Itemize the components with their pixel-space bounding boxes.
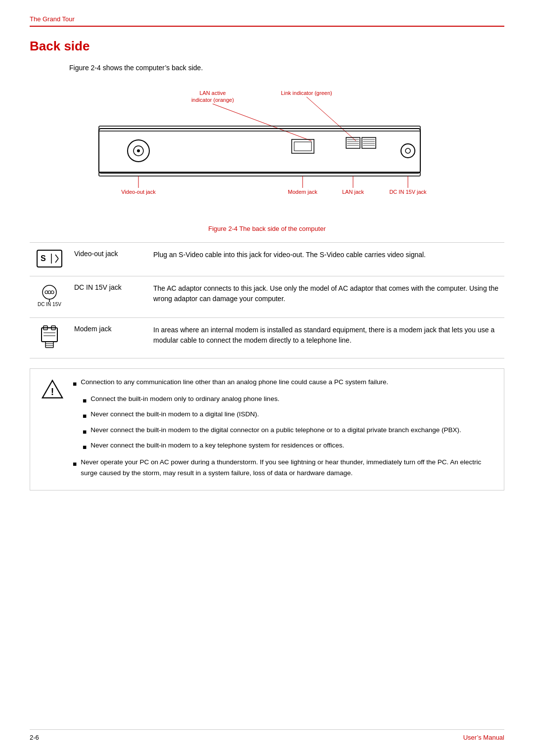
svg-rect-12 [362,137,376,148]
bullet-icon-sub-4: ■ [83,442,87,453]
warning-main-item-1: ■ Connection to any communication line o… [73,377,494,390]
warning-main-text-1: Connection to any communication line oth… [81,377,388,390]
table-row: DC IN 15V DC IN 15V jack The AC adaptor … [30,276,504,318]
bullet-icon-2: ■ [73,459,77,478]
item-name-modem: Modem jack [69,318,148,358]
intro-text: Figure 2-4 shows the computer’s back sid… [69,64,504,72]
footer-title: User’s Manual [463,734,504,741]
warning-sub-item-3: ■ Never connect the built-in modem to th… [83,425,494,438]
bullet-icon-1: ■ [73,379,77,390]
svg-text:DC IN 15V: DC IN 15V [38,302,61,307]
bullet-icon-sub-1: ■ [83,396,87,406]
svg-point-22 [405,148,410,153]
dc-in-icon: DC IN 15V [37,283,62,309]
back-side-diagram: LAN active indicator (orange) Link indic… [69,82,455,220]
warning-icon-cell: ! [40,377,65,402]
svg-rect-47 [45,342,53,348]
item-name-video-out: Video-out jack [69,243,148,276]
svg-point-38 [43,285,56,299]
modem-icon-cell [30,318,69,358]
warning-sub-item-4: ■ Never connect the built-in modem to a … [83,440,494,453]
chapter-title: The Grand Tour [30,15,75,23]
warning-sub-text-4: Never connect the built-in modem to a ke… [90,440,344,453]
video-out-icon-cell: S [30,243,69,276]
warning-sub-list: ■ Connect the built-in modem only to ord… [83,394,494,453]
svg-text:S: S [41,254,46,263]
bullet-icon-sub-3: ■ [83,427,87,438]
diagram-svg: LAN active indicator (orange) Link indic… [69,82,455,220]
warning-main-text-2: Never operate your PC on AC power during… [81,457,494,478]
svg-rect-24 [294,142,312,151]
bullet-icon-sub-2: ■ [83,411,87,422]
figure-caption: Figure 2-4 The back side of the computer [30,225,504,232]
chapter-header: The Grand Tour [30,15,504,27]
item-desc-video-out: Plug an S-Video cable into this jack for… [148,243,504,276]
warning-main-item-2: ■ Never operate your PC on AC power duri… [73,457,494,478]
svg-text:LAN active: LAN active [199,90,225,96]
items-table: S Video-out jack Plug an S-Video cable i… [30,242,504,358]
warning-sub-text-2: Never connect the built-in modem to a di… [90,409,259,422]
svg-line-4 [307,97,356,141]
s-video-icon: S [37,250,62,267]
svg-text:Video-out jack: Video-out jack [121,189,156,195]
svg-rect-23 [292,139,314,153]
svg-text:DC IN 15V jack: DC IN 15V jack [389,189,427,195]
warning-content: ■ Connection to any communication line o… [73,377,494,482]
warning-box: ! ■ Connection to any communication line… [30,368,504,490]
warning-sub-text-3: Never connect the built-in modem to the … [90,425,461,438]
svg-point-21 [401,144,415,158]
modem-icon [39,325,60,350]
warning-icon: ! [42,379,63,400]
page-footer: 2-6 User’s Manual [30,729,504,741]
item-desc-dc-in: The AC adaptor connects to this jack. Us… [148,276,504,318]
svg-line-36 [55,255,58,259]
svg-text:Link indicator (green): Link indicator (green) [281,90,332,96]
svg-line-3 [213,104,312,141]
section-title: Back side [30,39,504,54]
svg-point-41 [51,291,54,294]
svg-text:Modem jack: Modem jack [288,189,317,195]
svg-point-39 [45,291,48,294]
warning-sub-text-1: Connect the built-in modem only to ordin… [90,394,279,406]
item-name-dc-in: DC IN 15V jack [69,276,148,318]
svg-text:!: ! [51,386,54,397]
table-row: S Video-out jack Plug an S-Video cable i… [30,243,504,276]
svg-point-40 [48,291,51,294]
svg-rect-5 [99,129,420,173]
table-row: Modem jack In areas where an internal mo… [30,318,504,358]
dc-in-icon-cell: DC IN 15V [30,276,69,318]
svg-point-10 [137,149,140,152]
svg-text:indicator (orange): indicator (orange) [191,97,234,103]
svg-text:LAN jack: LAN jack [342,189,364,195]
svg-rect-11 [346,137,360,148]
page-number: 2-6 [30,734,39,741]
warning-sub-item-2: ■ Never connect the built-in modem to a … [83,409,494,422]
svg-line-37 [55,259,58,263]
warning-sub-item-1: ■ Connect the built-in modem only to ord… [83,394,494,406]
item-desc-modem: In areas where an internal modem is inst… [148,318,504,358]
